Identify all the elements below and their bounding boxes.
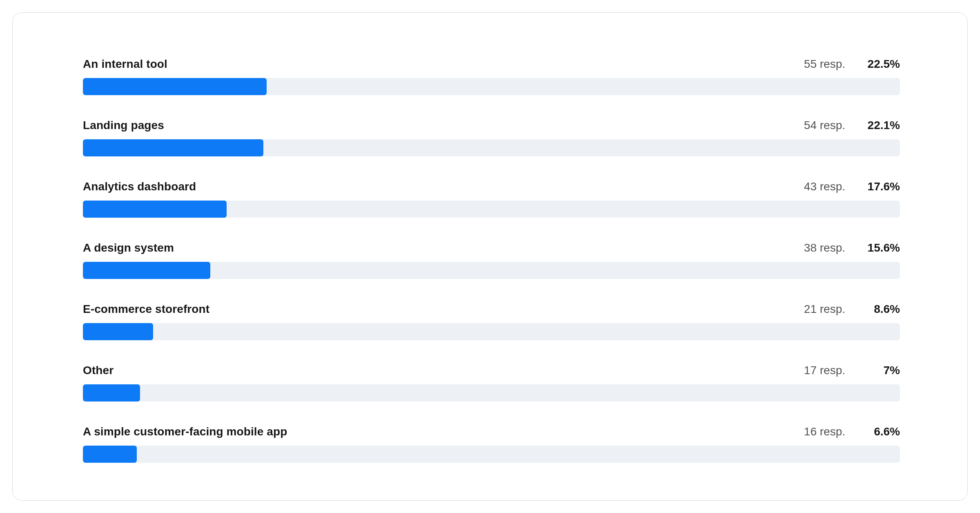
result-percent: 8.6% bbox=[859, 303, 900, 316]
progress-fill bbox=[83, 201, 227, 218]
survey-results-card: An internal tool55 resp.22.5%Landing pag… bbox=[12, 12, 968, 501]
progress-fill bbox=[83, 139, 263, 156]
result-label: An internal tool bbox=[83, 58, 804, 71]
result-respondents: 17 resp. bbox=[804, 364, 845, 377]
progress-fill bbox=[83, 78, 267, 95]
progress-fill bbox=[83, 262, 210, 279]
progress-track bbox=[83, 139, 900, 156]
result-percent: 6.6% bbox=[859, 425, 900, 438]
result-row: A simple customer-facing mobile app16 re… bbox=[83, 425, 900, 463]
result-label: Analytics dashboard bbox=[83, 180, 804, 193]
result-percent: 22.5% bbox=[859, 58, 900, 71]
progress-fill bbox=[83, 446, 137, 463]
result-label: Other bbox=[83, 364, 804, 377]
progress-track bbox=[83, 78, 900, 95]
result-label: A simple customer-facing mobile app bbox=[83, 425, 804, 438]
result-row-header: Landing pages54 resp.22.1% bbox=[83, 119, 900, 132]
result-label: A design system bbox=[83, 241, 804, 254]
result-respondents: 21 resp. bbox=[804, 303, 845, 316]
result-row-header: A design system38 resp.15.6% bbox=[83, 241, 900, 254]
progress-track bbox=[83, 262, 900, 279]
result-respondents: 43 resp. bbox=[804, 180, 845, 193]
result-respondents: 55 resp. bbox=[804, 58, 845, 71]
result-percent: 15.6% bbox=[859, 241, 900, 254]
result-row: An internal tool55 resp.22.5% bbox=[83, 58, 900, 95]
result-label: Landing pages bbox=[83, 119, 804, 132]
progress-track bbox=[83, 201, 900, 218]
progress-fill bbox=[83, 384, 140, 401]
result-percent: 17.6% bbox=[859, 180, 900, 193]
result-row-header: E-commerce storefront21 resp.8.6% bbox=[83, 303, 900, 316]
result-label: E-commerce storefront bbox=[83, 303, 804, 316]
result-respondents: 38 resp. bbox=[804, 241, 845, 254]
result-percent: 22.1% bbox=[859, 119, 900, 132]
result-row: E-commerce storefront21 resp.8.6% bbox=[83, 303, 900, 340]
result-percent: 7% bbox=[859, 364, 900, 377]
result-row: Landing pages54 resp.22.1% bbox=[83, 119, 900, 156]
result-respondents: 16 resp. bbox=[804, 425, 845, 438]
result-row-header: Analytics dashboard43 resp.17.6% bbox=[83, 180, 900, 193]
result-row-header: Other17 resp.7% bbox=[83, 364, 900, 377]
result-respondents: 54 resp. bbox=[804, 119, 845, 132]
result-row: A design system38 resp.15.6% bbox=[83, 241, 900, 279]
result-row: Analytics dashboard43 resp.17.6% bbox=[83, 180, 900, 218]
result-row: Other17 resp.7% bbox=[83, 364, 900, 401]
progress-track bbox=[83, 384, 900, 401]
progress-track bbox=[83, 446, 900, 463]
progress-fill bbox=[83, 323, 153, 340]
progress-track bbox=[83, 323, 900, 340]
result-row-header: An internal tool55 resp.22.5% bbox=[83, 58, 900, 71]
result-row-header: A simple customer-facing mobile app16 re… bbox=[83, 425, 900, 438]
